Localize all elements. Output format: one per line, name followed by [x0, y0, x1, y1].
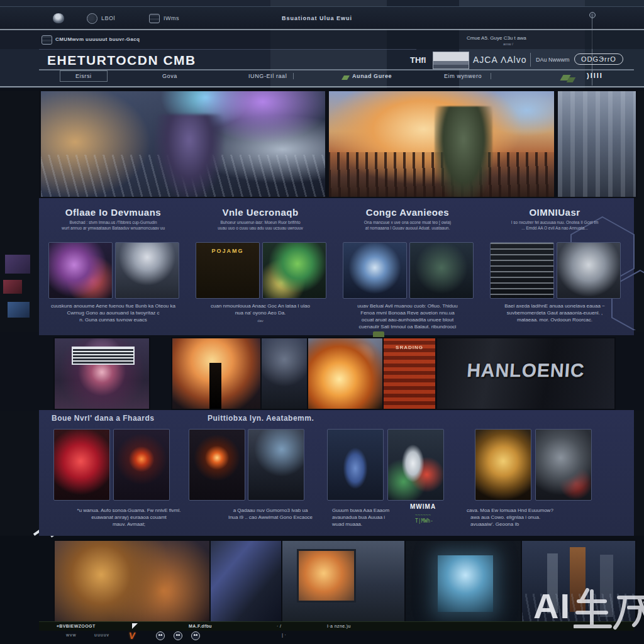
header-right-label-a[interactable]: THfl	[410, 55, 426, 65]
flame-v-icon[interactable]: V	[128, 630, 136, 641]
thumbnail[interactable]	[535, 429, 592, 501]
thumbnail[interactable]	[409, 242, 474, 299]
caption-text: «BVBIEWZOOGT	[57, 624, 96, 628]
cursor-icon	[132, 623, 138, 629]
nav-item-1[interactable]: Gova	[162, 73, 177, 79]
thumbnail[interactable]: POJAMG	[196, 242, 260, 299]
pin-icon[interactable]	[589, 12, 596, 18]
feature-column: OIMNIUasr I so nxcutrer fei aucuuaa nuu.…	[480, 207, 629, 231]
site-title: EHETURTOCDN CMB	[47, 53, 196, 68]
collection-desc-line: *u wanua. Aufo sonoa-Guama. Fw nnivE fiv…	[44, 507, 214, 514]
thumbnail[interactable]	[248, 429, 304, 501]
thumbnail[interactable]	[490, 242, 554, 299]
divider	[39, 69, 634, 70]
ascii-art-line: T|MWh-	[415, 518, 433, 524]
thumbnail-label: POJAMG	[196, 248, 259, 254]
page: LBOl IWms Bsuationat Ulua Ewui CMUMwvm u…	[0, 0, 644, 644]
ascii-art-line: ~~~~~~	[415, 513, 431, 518]
bg-decor	[3, 280, 22, 294]
feature-desc-line: cuan nmounlouua Anaac Goc An lataa I ula…	[191, 303, 330, 309]
nav-item-4[interactable]: Eim wynwero	[444, 73, 491, 79]
caption-text: · /	[277, 624, 281, 628]
collection-desc-line: avuaaaiw'. Geoona Ib	[470, 521, 618, 528]
feature-subtext: Bvechad : stvm Imnau.us /Tibbres cup-Gur…	[44, 220, 182, 225]
collection-desc-line: cava. Moa Ew lomuaa Hnd Euuumow?	[467, 507, 614, 514]
metal-text: HANLOENIC	[436, 360, 615, 381]
feature-subtext: Buhoeur unuuenur-lasr: Moeun Ruor brifih…	[191, 220, 330, 225]
app-icon[interactable]	[42, 35, 52, 45]
watermark: AI	[533, 586, 644, 631]
feature-column: Oflaae Io Devmuans Bvechad : stvm Imnau.…	[44, 207, 182, 231]
feature-heading: OIMNIUasr	[480, 207, 629, 218]
feature-subtext: Ona mancuue x uve ona ocone muat teo [ o…	[338, 220, 477, 225]
topbar-link-2[interactable]: IWms	[164, 15, 179, 21]
feature-heading: Vnle Uecronaqb	[191, 207, 330, 218]
face-icon[interactable]	[174, 631, 182, 640]
grid-icon[interactable]	[149, 14, 160, 23]
thumbnail[interactable]	[48, 242, 113, 299]
gallery-tile[interactable]	[53, 337, 150, 410]
header-right-label-b[interactable]: AJCA ΛAlvo	[473, 55, 527, 65]
hero-image-edge[interactable]	[556, 89, 638, 199]
gallery-tile[interactable]	[171, 337, 262, 410]
nav-item-2[interactable]: IUNG-EIl raal	[248, 73, 294, 79]
thumbnail[interactable]	[262, 242, 326, 299]
caption-text: MA.F.dfbu	[189, 624, 212, 628]
substrip-left-text: CMUMwvm uuuuuut buuvr-Gacq	[55, 36, 140, 42]
thumbnail[interactable]	[343, 242, 407, 299]
gallery-tile[interactable]	[260, 337, 308, 410]
poster-text: SRADING	[384, 345, 435, 350]
feature-heading: Congc Avanieoes	[338, 207, 477, 218]
hero-image-left[interactable]	[39, 89, 327, 199]
thumbnail[interactable]	[115, 242, 179, 299]
avatar-icon[interactable]	[53, 13, 64, 23]
mask-icon[interactable]	[87, 13, 97, 24]
footer-mark: | ·	[282, 632, 286, 638]
face-icon[interactable]	[156, 631, 165, 640]
divider	[39, 49, 416, 50]
feature-desc-line: mataeaa. mor. Ovdooun Roorcac.	[480, 316, 629, 323]
nav-item-0[interactable]: Eisrsi	[60, 70, 108, 82]
bottom-gallery-tile[interactable]	[281, 540, 406, 623]
header-right-label-c[interactable]: DAu Nwwwm	[536, 57, 570, 63]
watermark-latin-text: AI	[533, 586, 571, 626]
bottom-gallery-tile[interactable]	[53, 540, 211, 623]
feature-subtext: wurt annuo ar ymwaataaun Bataaduv wnuamo…	[44, 226, 182, 231]
thumbnail[interactable]	[53, 429, 110, 501]
feature-heading: Oflaae Io Devmuans	[44, 207, 182, 218]
thumbnail[interactable]	[113, 429, 170, 501]
collection-heading-left: Boue Nvrl' dana a Fhaards	[52, 414, 154, 423]
watermark-cjk-glyphs	[574, 587, 644, 631]
face-icon[interactable]	[191, 631, 200, 640]
footer-label[interactable]: uuuuv	[94, 633, 109, 637]
divider	[530, 53, 531, 67]
footer-label[interactable]: wvw	[66, 633, 77, 637]
feature-desc-line: cuuskuns anouume Aene fuenou fiue Bunb k…	[44, 303, 182, 309]
gallery-tile[interactable]	[307, 337, 384, 410]
collection-desc-line: euawanat anray) euraaoa couamt	[44, 514, 214, 521]
gallery-tile-wide[interactable]: HANLOENIC	[436, 337, 616, 410]
feature-subtext: I so nxcutrer fei aucuuaa nuu. Onotea II…	[480, 220, 629, 225]
mini-window-thumbnail[interactable]	[433, 52, 469, 69]
top-utility-bar: LBOl IWms Bsuationat Ulua Ewui	[0, 6, 644, 30]
bottom-gallery-tile[interactable]	[404, 540, 522, 623]
gallery-tile[interactable]: SRADING	[382, 337, 436, 410]
thumbnail[interactable]	[327, 429, 384, 501]
feature-subtext: uuau uuo o cuuu uau adu uuu ucsuau uwrou…	[191, 226, 330, 231]
header-pill-button[interactable]: ODGЭrrO	[574, 53, 623, 65]
feature-desc-line: Fenoa mvnl Bonoaa Reve aoveion nnu.ua	[338, 309, 477, 316]
nav-item-3[interactable]: Aunad Guree	[352, 73, 392, 79]
thumb-caption: MWIMA	[410, 503, 436, 510]
feature-desc-line: suvbemomerdeta Gaut araaaonia-euuenl. ,	[480, 309, 629, 316]
collection-desc-line: Guuum buwa Aaa Eaaom	[332, 507, 414, 514]
hero-image-right[interactable]	[327, 89, 556, 199]
divider	[0, 86, 644, 87]
bottom-gallery-tile[interactable]	[209, 540, 282, 623]
feature-desc-line: cuenaulir Sati tmnoul oa Balaut. ribundr…	[338, 323, 477, 330]
thumbnail[interactable]	[387, 429, 444, 501]
feature-subtext: ... Emdd AA O evil Aa nao Annuata...	[480, 226, 629, 231]
topbar-link-1[interactable]: LBOl	[101, 15, 115, 21]
thumbnail[interactable]	[557, 242, 621, 299]
thumbnail[interactable]	[475, 429, 531, 501]
thumbnail[interactable]	[189, 429, 245, 501]
